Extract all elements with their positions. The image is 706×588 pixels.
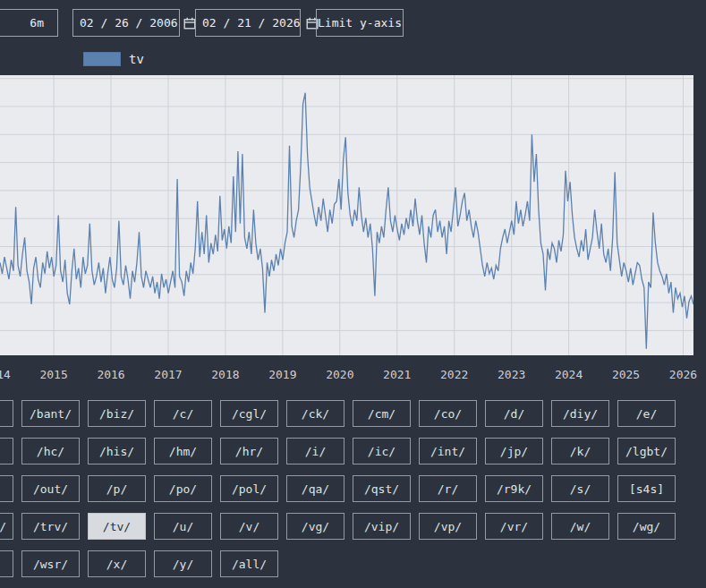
board-button-co[interactable]: /co/: [419, 400, 477, 427]
x-axis-label-2022: 2022: [440, 368, 468, 381]
board-button-wsr[interactable]: /wsr/: [21, 550, 80, 577]
x-axis-label-2014: 2014: [0, 368, 11, 381]
calendar-icon[interactable]: [183, 17, 196, 30]
board-button-diy[interactable]: /diy/: [551, 400, 609, 427]
board-button-his[interactable]: /his/: [88, 438, 146, 464]
date-from-input[interactable]: 02 / 26 / 2006: [72, 9, 180, 37]
legend-swatch: [83, 52, 121, 66]
x-axis-label-2018: 2018: [211, 368, 239, 381]
board-button-i[interactable]: /i/: [286, 438, 344, 464]
board-button-partial[interactable]: [0, 475, 13, 502]
board-button-vip[interactable]: /vip/: [353, 513, 411, 540]
board-button-partial[interactable]: [0, 438, 13, 464]
board-button-y[interactable]: /y/: [154, 550, 212, 577]
x-axis-label-2025: 2025: [612, 368, 640, 381]
board-button-hr[interactable]: /hr/: [220, 438, 278, 464]
board-row-1: /bant//biz//c//cgl//ck//cm//co//d//diy//…: [0, 400, 676, 427]
board-button-s4s[interactable]: [s4s]: [617, 475, 676, 502]
board-button-p[interactable]: /p/: [88, 475, 146, 502]
board-button-all[interactable]: /all/: [220, 550, 278, 577]
board-button-d[interactable]: /d/: [485, 400, 543, 427]
board-button-s[interactable]: /s/: [551, 475, 609, 502]
board-button-tv[interactable]: /tv/: [88, 513, 146, 540]
board-row-2: /hc//his//hm//hr//i//ic//int//jp//k//lgb…: [0, 438, 676, 464]
board-button-ic[interactable]: /ic/: [353, 438, 411, 464]
date-to-input[interactable]: 02 / 21 / 2026: [195, 9, 301, 37]
board-button-vp[interactable]: /vp/: [419, 513, 477, 540]
date-to-value: 02 / 21 / 2026: [202, 16, 301, 30]
board-button-biz[interactable]: /biz/: [88, 400, 146, 427]
board-row-5: /wsr//x//y//all/: [0, 550, 278, 577]
board-button-partial[interactable]: /: [0, 513, 13, 540]
board-button-jp[interactable]: /jp/: [485, 438, 543, 464]
board-stats-page: 6m 02 / 26 / 2006 02 / 21 / 2026 Limit y…: [0, 0, 706, 588]
x-axis-label-2021: 2021: [383, 368, 411, 381]
posts-chart-svg: [0, 75, 693, 355]
board-button-partial[interactable]: [0, 550, 13, 577]
board-button-out[interactable]: /out/: [21, 475, 80, 502]
legend-item-tv[interactable]: tv: [83, 52, 144, 66]
series-line-tv: [0, 93, 693, 349]
board-button-k[interactable]: /k/: [551, 438, 609, 464]
board-button-r[interactable]: /r/: [419, 475, 477, 502]
x-axis-label-2024: 2024: [555, 368, 583, 381]
board-button-cm[interactable]: /cm/: [353, 400, 411, 427]
board-row-3: /out//p//po//pol//qa//qst//r//r9k//s/[s4…: [0, 475, 676, 502]
board-button-po[interactable]: /po/: [154, 475, 212, 502]
board-button-v[interactable]: /v/: [220, 513, 278, 540]
posts-chart-plot-area[interactable]: [0, 75, 693, 355]
board-button-hc[interactable]: /hc/: [21, 438, 80, 464]
x-axis-label-2023: 2023: [498, 368, 525, 381]
board-button-u[interactable]: /u/: [154, 513, 212, 540]
board-button-trv[interactable]: /trv/: [21, 513, 80, 540]
date-from-value: 02 / 26 / 2006: [80, 16, 178, 30]
board-button-x[interactable]: /x/: [88, 550, 146, 577]
board-button-lgbt[interactable]: /lgbt/: [617, 438, 676, 464]
board-button-c[interactable]: /c/: [154, 400, 212, 427]
board-button-cgl[interactable]: /cgl/: [220, 400, 278, 427]
board-button-e[interactable]: /e/: [617, 400, 676, 427]
board-button-w[interactable]: /w/: [551, 513, 609, 540]
board-button-qa[interactable]: /qa/: [286, 475, 344, 502]
board-button-qst[interactable]: /qst/: [353, 475, 411, 502]
board-row-4: //trv//tv//u//v//vg//vip//vp//vr//w//wg/: [0, 513, 676, 540]
x-axis-label-2020: 2020: [326, 368, 353, 381]
board-button-vg[interactable]: /vg/: [286, 513, 344, 540]
board-button-hm[interactable]: /hm/: [154, 438, 212, 464]
board-button-partial[interactable]: [0, 400, 13, 427]
board-button-int[interactable]: /int/: [419, 438, 477, 464]
board-button-ck[interactable]: /ck/: [286, 400, 344, 427]
board-button-r9k[interactable]: /r9k/: [485, 475, 543, 502]
x-axis-label-2019: 2019: [268, 368, 296, 381]
x-axis-label-2017: 2017: [154, 368, 182, 381]
x-axis-label-2016: 2016: [97, 368, 124, 381]
board-button-wg[interactable]: /wg/: [617, 513, 676, 540]
board-button-pol[interactable]: /pol/: [220, 475, 278, 502]
board-button-vr[interactable]: /vr/: [485, 513, 543, 540]
x-axis: 2014201520162017201820192020202120222023…: [0, 368, 693, 386]
range-preset-6m-button[interactable]: 6m: [0, 9, 58, 37]
x-axis-label-2026: 2026: [669, 368, 697, 381]
board-button-bant[interactable]: /bant/: [21, 400, 80, 427]
limit-y-axis-button[interactable]: Limit y-axis: [316, 9, 404, 37]
x-axis-label-2015: 2015: [39, 368, 67, 381]
legend-label: tv: [129, 52, 144, 66]
